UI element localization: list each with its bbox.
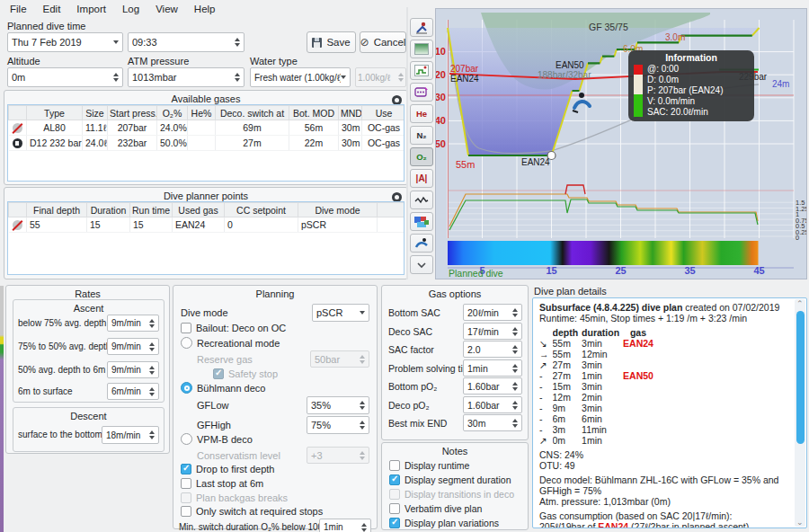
recreational-radio-row[interactable]: Recreational mode xyxy=(181,337,280,349)
tissues-icon[interactable] xyxy=(410,83,433,102)
water-type-select[interactable]: Fresh water (1.00kg/ℓ) xyxy=(250,67,351,87)
save-button[interactable]: Save xyxy=(307,31,356,53)
bottom-po2-spinner[interactable]: 1.60bar xyxy=(463,377,522,395)
oxygen-icon[interactable]: O₂ xyxy=(410,147,433,166)
display-variations-checkbox-row[interactable]: Display plan variations xyxy=(389,518,499,528)
col-deco-switch[interactable]: Deco. switch at xyxy=(216,106,289,120)
bottom-sac-spinner[interactable]: 20ℓ/min xyxy=(463,304,522,321)
buhlmann-radio-row[interactable]: Bühlmann deco xyxy=(181,382,265,394)
col-size[interactable]: Size xyxy=(83,106,108,120)
ascent-rate-spinner[interactable]: 9m/min xyxy=(107,338,159,355)
best-mix-end-spinner[interactable]: 30m xyxy=(463,414,522,431)
col-run-time[interactable]: Run time xyxy=(130,203,173,217)
gas-row[interactable]: AL80 11.1ℓ 207bar 24.0% 69m 56m 30m OC-g… xyxy=(9,120,405,136)
menu-view[interactable]: View xyxy=(147,1,186,17)
last-stop-checkbox-row[interactable]: Last stop at 6m xyxy=(181,478,263,489)
col-bot-mod[interactable]: Bot. MOD xyxy=(289,106,339,120)
sac-factor-spinner[interactable]: 2.0 xyxy=(463,341,522,358)
gas-row[interactable]: D12 232 bar 24.0ℓ 232bar 50.0% 27m 22m 3… xyxy=(9,136,405,151)
altitude-spinner[interactable]: 0m xyxy=(7,67,123,87)
collapse-chevron-icon[interactable] xyxy=(410,255,433,274)
deco-po2-spinner[interactable]: 1.60bar xyxy=(463,396,522,413)
spin-down-icon[interactable] xyxy=(113,78,119,82)
menu-log[interactable]: Log xyxy=(114,1,147,17)
time-spinner[interactable]: 09:33 xyxy=(128,32,244,52)
bailout-checkbox-row[interactable]: Bailout: Deco on OC xyxy=(181,323,286,333)
atm-pressure-spinner[interactable]: 1013mbar xyxy=(128,67,244,87)
disabled-cylinder-icon[interactable] xyxy=(13,123,22,133)
col-use[interactable]: Use xyxy=(362,106,405,120)
menu-help[interactable]: Help xyxy=(186,1,224,17)
radio[interactable] xyxy=(181,337,192,349)
calculated-ceiling-icon[interactable] xyxy=(410,61,433,80)
helium-icon[interactable]: He xyxy=(410,104,433,123)
tissue-heatmap-icon[interactable] xyxy=(410,212,433,231)
display-segment-duration-checkbox-row[interactable]: Display segment duration xyxy=(389,474,511,485)
heartrate-icon[interactable] xyxy=(410,191,433,209)
checkbox[interactable] xyxy=(181,323,191,333)
nitrogen-icon[interactable]: N₂ xyxy=(410,126,433,145)
menu-file[interactable]: File xyxy=(2,1,35,17)
ascent-rate-spinner[interactable]: 9m/min xyxy=(107,361,159,378)
spin-up-icon[interactable] xyxy=(113,73,119,76)
descent-rate-spinner[interactable]: 18m/min xyxy=(102,426,159,444)
only-switch-checkbox-row[interactable]: Only switch at required stops xyxy=(181,506,323,517)
spin-down-icon[interactable] xyxy=(235,43,240,47)
cancel-button[interactable]: ⊘ Cancel xyxy=(360,31,406,53)
deco-sac-spinner[interactable]: 17ℓ/min xyxy=(463,323,522,340)
col-dive-mode[interactable]: Dive mode xyxy=(298,203,378,217)
menu-edit[interactable]: Edit xyxy=(35,1,69,17)
scrollbar[interactable]: ⌃ ⌄ xyxy=(795,299,805,527)
ascent-rate-spinner[interactable]: 6m/min xyxy=(107,383,159,400)
sac-factor-label: SAC factor xyxy=(388,344,434,355)
dive-plan-details-box[interactable]: Subsurface (4.8.4.225) dive plan created… xyxy=(532,297,807,528)
checkbox xyxy=(213,368,224,379)
menu-import[interactable]: Import xyxy=(68,1,114,17)
radio[interactable] xyxy=(181,433,192,445)
spin-up-icon[interactable] xyxy=(235,73,240,76)
dive-mode-select[interactable]: pSCR xyxy=(312,304,369,322)
checkbox[interactable] xyxy=(389,503,400,514)
col-mnd[interactable]: MND xyxy=(339,106,362,120)
col-o2[interactable]: O₂% xyxy=(157,106,188,120)
vpmb-radio-row[interactable]: VPM-B deco xyxy=(181,433,253,445)
col-start-press[interactable]: Start press. xyxy=(108,106,157,120)
trash-icon[interactable] xyxy=(13,138,22,148)
checkbox[interactable] xyxy=(389,474,400,485)
rates-group: Rates Ascent below 75% avg. depth 9m/min… xyxy=(5,285,170,454)
spin-down-icon[interactable] xyxy=(235,78,240,82)
figure-icon[interactable] xyxy=(410,18,433,37)
col-type[interactable]: Type xyxy=(27,106,83,120)
ambient-pressure-icon[interactable]: |A| xyxy=(410,169,433,188)
diver-icon[interactable] xyxy=(410,234,433,253)
col-final-depth[interactable]: Final depth xyxy=(27,203,87,217)
panel-divider[interactable] xyxy=(406,7,408,279)
radio[interactable] xyxy=(181,382,192,394)
verbatim-plan-checkbox-row[interactable]: Verbatim dive plan xyxy=(389,503,482,514)
disabled-cylinder-icon[interactable] xyxy=(13,220,22,230)
col-used-gas[interactable]: Used gas xyxy=(173,203,225,217)
ceiling-gradient-icon[interactable] xyxy=(410,40,433,58)
dive-profile-chart[interactable]: 10 20 30 40 50 5 15 25 35 45 1.5 1.25 1 … xyxy=(435,8,807,279)
date-select[interactable]: Thu 7 Feb 2019 xyxy=(7,32,123,52)
scroll-up-icon[interactable]: ⌃ xyxy=(796,299,804,308)
checkbox[interactable] xyxy=(181,478,191,489)
spin-up-icon[interactable] xyxy=(235,38,240,41)
col-cc-setpoint[interactable]: CC setpoint xyxy=(225,203,298,217)
min-switch-spinner[interactable]: 1min xyxy=(319,519,371,532)
checkbox[interactable] xyxy=(181,506,191,517)
problem-time-spinner[interactable]: 1min xyxy=(463,359,522,377)
checkbox[interactable] xyxy=(389,518,400,528)
col-he[interactable]: He% xyxy=(188,106,216,120)
gflow-spinner[interactable]: 35% xyxy=(307,396,369,414)
planner-point-row[interactable]: 55 15 15 EAN24 0 pSCR xyxy=(9,217,405,233)
checkbox[interactable] xyxy=(181,464,191,474)
col-duration[interactable]: Duration xyxy=(87,203,130,217)
display-runtime-checkbox-row[interactable]: Display runtime xyxy=(389,460,469,471)
gfhigh-spinner[interactable]: 75% xyxy=(307,416,369,434)
ascent-rate-spinner[interactable]: 9m/min xyxy=(107,315,159,332)
drop-first-depth-checkbox-row[interactable]: Drop to first depth xyxy=(181,464,274,474)
checkbox[interactable] xyxy=(389,460,400,471)
scroll-down-icon[interactable]: ⌄ xyxy=(796,518,804,527)
scrollbar-thumb[interactable] xyxy=(796,311,805,444)
